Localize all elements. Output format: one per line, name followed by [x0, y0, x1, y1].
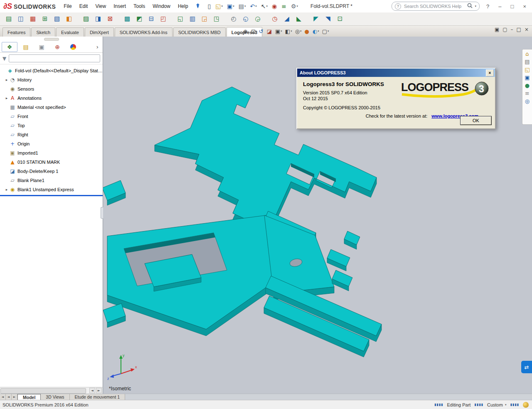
tree-item-sensors[interactable]: ◉ Sensors: [0, 84, 103, 94]
tree-item-station-mark[interactable]: ▲ 010 STATION MARK: [0, 158, 103, 167]
filter-funnel-icon[interactable]: ▼: [2, 56, 6, 61]
logopress-tool-15[interactable]: ▥: [187, 14, 198, 25]
tree-item-body-delete-keep[interactable]: ◪ Body-Delete/Keep 1: [0, 167, 103, 176]
units-caret-icon[interactable]: ▾: [505, 403, 507, 407]
tree-item-front-plane[interactable]: ▱ Front: [0, 112, 103, 121]
dialog-close-icon[interactable]: ×: [486, 69, 494, 76]
configurationmanager-tab[interactable]: ▣: [34, 42, 49, 52]
tutorials-icon[interactable]: ▣: [525, 75, 530, 80]
tab-scroll-right-icon[interactable]: ►: [12, 394, 17, 400]
options-gear-icon[interactable]: ⚙ ▾: [289, 2, 300, 10]
rebuild-icon[interactable]: ◉: [270, 2, 279, 10]
propertymanager-tab[interactable]: ▤: [18, 42, 33, 52]
logopress-tool-06[interactable]: ◧: [64, 14, 74, 25]
tree-item-right-plane[interactable]: ▱ Right: [0, 130, 103, 139]
select-cursor-icon[interactable]: ↖ ▾: [259, 2, 269, 10]
zoom-area-icon[interactable]: ⊡: [251, 29, 256, 34]
sphere-icon[interactable]: ◎: [525, 99, 530, 104]
tree-item-annotations[interactable]: ▸ A Annotations: [0, 94, 103, 103]
scroll-left-icon[interactable]: ◄: [89, 388, 95, 393]
scroll-right-icon[interactable]: ►: [96, 388, 102, 393]
tree-filter-input[interactable]: [9, 54, 100, 62]
logopress-tool-05[interactable]: ▧: [52, 14, 62, 25]
design-list-icon[interactable]: ≡: [280, 2, 288, 10]
view-settings-icon[interactable]: ▢ ▾: [322, 29, 329, 34]
logopress-tool-11[interactable]: ◩: [134, 14, 145, 25]
menu-tools[interactable]: Tools: [130, 1, 149, 11]
undo-icon[interactable]: ↶ ▾: [249, 2, 259, 10]
open-icon[interactable]: ◱ ▾: [214, 2, 224, 10]
display-style-icon[interactable]: ◧ ▾: [285, 29, 292, 34]
logopress-tool-17[interactable]: ◳: [211, 14, 222, 25]
dimxpertmanager-tab[interactable]: ⊕: [50, 42, 65, 52]
new-document-icon[interactable]: ▯: [206, 2, 213, 10]
print-icon[interactable]: ▤ ▾: [237, 2, 248, 10]
tab-evaluate[interactable]: Evaluate: [56, 27, 84, 37]
tree-item-blank-plane1[interactable]: ▱ Blank Plane1: [0, 176, 103, 185]
panel-grip[interactable]: [0, 37, 103, 42]
tree-item-history[interactable]: ▸ ◔ History: [0, 75, 103, 84]
logopress-tool-18[interactable]: ◴: [228, 14, 239, 25]
graphics-viewport[interactable]: y x z *Isometric ⌂ ▤ ◱ ▣ ● ≡ ◎ ⇄ About L…: [103, 37, 532, 394]
pin-icon[interactable]: [195, 3, 200, 10]
tree-item-material[interactable]: ▦ Material <not specified>: [0, 103, 103, 112]
resources-icon[interactable]: ▤: [525, 59, 530, 64]
logopress-tool-04[interactable]: ⊞: [39, 14, 50, 25]
logopress-tool-26[interactable]: ⊡: [335, 14, 345, 25]
tree-item-top-plane[interactable]: ▱ Top: [0, 121, 103, 130]
tree-item-imported1[interactable]: ▣ Imported1: [0, 148, 103, 158]
tab-model[interactable]: Model: [17, 394, 41, 400]
rollback-bar[interactable]: [0, 195, 103, 196]
dialog-title-bar[interactable]: About LOGOPRESS3 ×: [297, 69, 495, 77]
featuremanager-tree-tab[interactable]: ❖: [2, 42, 17, 52]
tab-solidworks-add-ins[interactable]: SOLIDWORKS Add-Ins: [115, 27, 172, 37]
panel-left-icon[interactable]: ▣: [495, 27, 499, 32]
previous-view-icon[interactable]: ↺: [259, 29, 264, 34]
app-close-button[interactable]: ×: [520, 3, 529, 10]
search-caret-icon[interactable]: ▾: [475, 5, 477, 8]
logopress-tool-24[interactable]: ◤: [310, 14, 321, 25]
menu-file[interactable]: File: [60, 1, 75, 11]
tab-scroll-first-icon[interactable]: ◄: [0, 394, 6, 400]
list-icon[interactable]: ≡: [525, 91, 530, 96]
globe-status-icon[interactable]: [523, 402, 529, 408]
doc-close-icon[interactable]: ×: [525, 27, 529, 32]
logopress-tool-25[interactable]: ◥: [323, 14, 333, 25]
ok-button[interactable]: OK: [460, 116, 492, 125]
logopress-tool-10[interactable]: ▩: [122, 14, 133, 25]
doc-minimize-icon[interactable]: –: [511, 27, 513, 32]
view-orientation-icon[interactable]: ▣ ▾: [275, 29, 282, 34]
menu-window[interactable]: Window: [149, 1, 174, 11]
logopress-tool-13[interactable]: ◰: [158, 14, 169, 25]
edit-appearance-icon[interactable]: ●: [305, 29, 310, 34]
logopress-tool-12[interactable]: ⊟: [146, 14, 157, 25]
help-button[interactable]: ?: [484, 3, 492, 10]
menu-view[interactable]: View: [91, 1, 110, 11]
tab-features[interactable]: Features: [2, 27, 30, 37]
home-icon[interactable]: ⌂: [525, 51, 529, 57]
tab-solidworks-mbd[interactable]: SOLIDWORKS MBD: [173, 27, 226, 37]
displaymanager-tab[interactable]: [66, 42, 81, 52]
section-view-icon[interactable]: ◪: [267, 29, 272, 34]
tab-motion-study[interactable]: Etude de mouvement 1: [70, 394, 126, 400]
part-lower-strip[interactable]: [107, 215, 382, 357]
logopress-tool-19[interactable]: ◵: [240, 14, 251, 25]
hide-show-icon[interactable]: ◎ ▾: [295, 29, 302, 34]
tab-scroll-left-icon[interactable]: ◄: [6, 394, 12, 400]
menu-help[interactable]: Help: [174, 1, 192, 11]
menu-edit[interactable]: Edit: [76, 1, 92, 11]
help-search-box[interactable]: ? ▾: [392, 2, 480, 11]
apply-scene-icon[interactable]: ◐ ▾: [313, 29, 319, 34]
tab-dimxpert[interactable]: DimXpert: [85, 27, 114, 37]
doc-restore-icon[interactable]: □: [517, 27, 521, 32]
logopress-tool-16[interactable]: ◲: [199, 14, 210, 25]
logopress-tool-02[interactable]: ◫: [15, 14, 26, 25]
logopress-tool-20[interactable]: ◶: [252, 14, 263, 25]
search-input[interactable]: [403, 3, 465, 9]
logopress-tool-07[interactable]: ▨: [81, 14, 91, 25]
panel-right-icon[interactable]: ▢: [502, 27, 507, 32]
logopress-tool-09[interactable]: ⊠: [105, 14, 116, 25]
tree-item-blank1-unstamped[interactable]: ▸ ◉ Blank1 Unstamped Express: [0, 185, 103, 194]
logopress-tool-01[interactable]: ▤: [3, 14, 14, 25]
save-icon[interactable]: ▣ ▾: [225, 2, 236, 10]
